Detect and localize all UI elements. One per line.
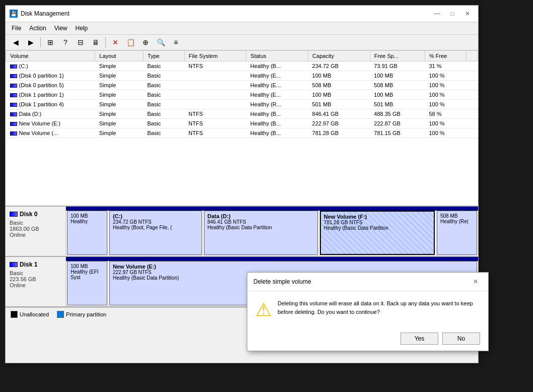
cell-layout: Simple <box>95 119 143 128</box>
col-layout[interactable]: Layout <box>95 51 143 61</box>
table-row[interactable]: (Disk 1 partition 1) Simple Basic Health… <box>6 90 478 100</box>
cell-volume: (C:) <box>6 61 95 71</box>
cell-volume: Data (D:) <box>6 109 95 119</box>
disk1-top-bar <box>66 257 478 261</box>
cell-status: Healthy (R... <box>246 100 308 109</box>
cell-extra <box>466 61 478 71</box>
close-button[interactable]: ✕ <box>461 9 474 19</box>
disk0-part1[interactable]: 100 MB Healthy <box>67 211 107 255</box>
cell-capacity: 100 MB <box>308 90 370 100</box>
cell-pct: 100 % <box>425 119 466 128</box>
cell-volume: (Disk 1 partition 4) <box>6 100 95 109</box>
disk1-label: Disk 1 Basic 223.56 GB Online <box>6 257 66 306</box>
cell-pct: 31 % <box>425 61 466 71</box>
cell-free: 508 MB <box>370 81 425 90</box>
cell-extra <box>466 71 478 81</box>
primary-icon <box>57 311 64 318</box>
display-button[interactable]: 🖥 <box>89 36 103 48</box>
disk-view-button[interactable]: ⊞ <box>43 36 57 48</box>
cell-volume: (Disk 0 partition 1) <box>6 71 95 81</box>
properties-button[interactable]: ⊟ <box>74 36 88 48</box>
delete-button[interactable]: ✕ <box>108 36 122 48</box>
disk0-newvol-partition[interactable]: New Volume (F:) 781.28 GB NTFS Healthy (… <box>320 211 435 255</box>
cell-layout: Simple <box>95 81 143 90</box>
cell-fs: NTFS <box>184 109 246 119</box>
cell-volume: New Volume (E:) <box>6 119 95 128</box>
cell-volume: (Disk 1 partition 1) <box>6 90 95 100</box>
search-button[interactable]: 🔍 <box>154 36 168 48</box>
no-button[interactable]: No <box>442 333 480 345</box>
dialog-close-button[interactable]: ✕ <box>469 277 482 287</box>
toolbar-separator-1 <box>40 37 41 47</box>
cell-capacity: 100 MB <box>308 71 370 81</box>
cell-free: 100 MB <box>370 71 425 81</box>
list-button[interactable]: ≡ <box>169 36 183 48</box>
cell-extra <box>466 90 478 100</box>
col-type[interactable]: Type <box>143 51 184 61</box>
cell-fs <box>184 100 246 109</box>
copy-button[interactable]: 📋 <box>123 36 138 48</box>
cell-extra <box>466 128 478 138</box>
cell-layout: Simple <box>95 128 143 138</box>
volume-table: Volume Layout Type File System Status Ca… <box>6 50 478 138</box>
cell-layout: Simple <box>95 100 143 109</box>
col-volume[interactable]: Volume <box>6 51 95 61</box>
yes-button[interactable]: Yes <box>401 333 438 345</box>
menu-view[interactable]: View <box>50 23 72 33</box>
cell-free: 222.87 GB <box>370 119 425 128</box>
forward-button[interactable]: ▶ <box>24 36 38 48</box>
disk0-c-partition[interactable]: (C:) 234.72 GB NTFS Healthy (Boot, Page … <box>109 211 202 255</box>
disk0-data-partition[interactable]: Data (D:) 846.41 GB NTFS Healthy (Basic … <box>204 211 318 255</box>
cell-extra <box>466 119 478 128</box>
col-pct[interactable]: % Free <box>425 51 466 61</box>
col-status[interactable]: Status <box>246 51 308 61</box>
table-row[interactable]: (Disk 0 partition 1) Simple Basic Health… <box>6 71 478 81</box>
cell-volume: New Volume (... <box>6 128 95 138</box>
primary-label: Primary partition <box>66 311 106 317</box>
cell-extra <box>466 81 478 90</box>
col-capacity[interactable]: Capacity <box>308 51 370 61</box>
menu-action[interactable]: Action <box>25 23 50 33</box>
cell-extra <box>466 100 478 109</box>
cell-pct: 100 % <box>425 81 466 90</box>
cell-free: 781.15 GB <box>370 128 425 138</box>
cell-capacity: 508 MB <box>308 81 370 90</box>
cell-capacity: 234.72 GB <box>308 61 370 71</box>
cell-status: Healthy (E... <box>246 71 308 81</box>
cell-pct: 100 % <box>425 128 466 138</box>
table-row[interactable]: (C:) Simple Basic NTFS Healthy (B... 234… <box>6 61 478 71</box>
cell-free: 488.35 GB <box>370 109 425 119</box>
cell-status: Healthy (B... <box>246 109 308 119</box>
table-row[interactable]: (Disk 0 partition 5) Simple Basic Health… <box>6 81 478 90</box>
cell-layout: Simple <box>95 61 143 71</box>
unallocated-label: Unallocated <box>20 311 49 317</box>
disk1-part1[interactable]: 100 MB Healthy (EFI Syst <box>67 261 107 305</box>
table-row[interactable]: Data (D:) Simple Basic NTFS Healthy (B..… <box>6 109 478 119</box>
menu-help[interactable]: Help <box>72 23 92 33</box>
cell-fs: NTFS <box>184 119 246 128</box>
window-title: Disk Management <box>21 10 70 17</box>
cell-type: Basic <box>143 100 184 109</box>
table-row[interactable]: New Volume (E:) Simple Basic NTFS Health… <box>6 119 478 128</box>
col-fs[interactable]: File System <box>184 51 246 61</box>
disk0-part5[interactable]: 508 MB Healthy (Re( <box>437 211 477 255</box>
cell-capacity: 501 MB <box>308 100 370 109</box>
menu-file[interactable]: File <box>8 23 25 33</box>
help-button[interactable]: ? <box>58 36 73 48</box>
disk0-partitions: 100 MB Healthy (C:) 234.72 GB NTFS Healt… <box>66 207 478 256</box>
maximize-button[interactable]: □ <box>446 9 459 19</box>
minimize-button[interactable]: — <box>431 9 444 19</box>
cell-fs: NTFS <box>184 61 246 71</box>
disk0-label: Disk 0 Basic 1863.00 GB Online <box>6 207 66 256</box>
cell-status: Healthy (B... <box>246 119 308 128</box>
add-button[interactable]: ⊕ <box>139 36 153 48</box>
col-free[interactable]: Free Sp... <box>370 51 425 61</box>
cell-fs <box>184 71 246 81</box>
cell-type: Basic <box>143 109 184 119</box>
table-row[interactable]: (Disk 1 partition 4) Simple Basic Health… <box>6 100 478 109</box>
cell-extra <box>466 109 478 119</box>
back-button[interactable]: ◀ <box>9 36 23 48</box>
table-row[interactable]: New Volume (... Simple Basic NTFS Health… <box>6 128 478 138</box>
menubar: File Action View Help <box>6 22 478 35</box>
cell-type: Basic <box>143 61 184 71</box>
